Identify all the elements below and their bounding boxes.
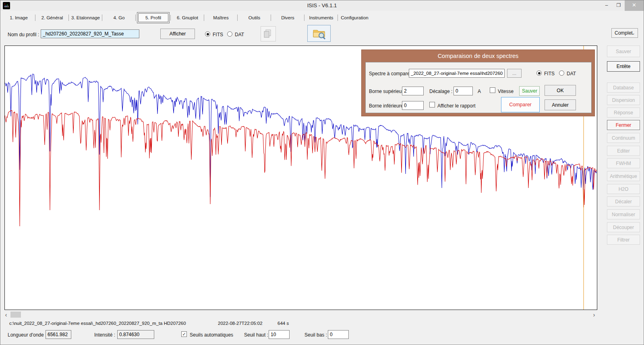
sidebar-button-continuum: Continuum <box>607 133 640 143</box>
close-button[interactable]: ✕ <box>625 0 644 11</box>
folder-search-icon <box>308 25 330 41</box>
offset-input[interactable] <box>453 87 473 95</box>
dialog-fits-label: FITS <box>544 71 555 76</box>
compare-spectrum-input[interactable] <box>409 69 505 78</box>
sidebar-button-dispersion: Dispersion <box>607 95 640 105</box>
sidebar-button-sauver: Sauver <box>607 45 640 57</box>
profile-name-input[interactable] <box>41 29 139 38</box>
tab-label: 5. Profil <box>145 15 161 20</box>
threshold-low-input[interactable] <box>328 330 349 339</box>
tab-label: Maîtres <box>213 15 228 20</box>
sidebar-button-r-ponse: Réponse <box>607 107 640 118</box>
sidebar-button-h2o: H2O <box>607 184 640 194</box>
compare-dialog: Comparaison de deux spectres Spectre à c… <box>361 50 595 116</box>
intensity-label: Intensité : <box>94 332 115 338</box>
upper-bound-input[interactable] <box>402 87 424 95</box>
ok-button[interactable]: OK <box>545 85 576 96</box>
tab-label: Instruments <box>309 15 333 20</box>
tab-2-g-n-ral[interactable]: 2. Général <box>35 13 69 22</box>
tab-label: 1. Image <box>10 15 28 20</box>
copy-icon <box>261 27 275 41</box>
offset-unit-label: A <box>478 89 481 94</box>
auto-thresholds-label: Seuils automatiques <box>190 332 233 338</box>
status-file-path: c:\nuit_2022_08_27-original-7eme essai\_… <box>9 321 186 326</box>
rapport-label: Afficher le rapport <box>437 103 476 109</box>
profile-dat-label: DAT <box>235 32 244 37</box>
wavelength-label: Longueur d'onde : <box>8 332 46 338</box>
intensity-value <box>117 330 154 339</box>
tab-bar: 1. Image2. Général3. Etalonnage4. Go5. P… <box>2 12 371 23</box>
compare-spectrum-label: Spectre à comparer : <box>369 71 414 76</box>
spectre-rouge-mesure <box>5 110 596 226</box>
annuler-button[interactable]: Annuler <box>545 99 576 110</box>
view-mode-select[interactable]: Complet ⌄ <box>611 28 638 38</box>
tab-ma-tres[interactable]: Maîtres <box>204 13 238 22</box>
dialog-body: Spectre à comparer : ... FITS DAT Borne … <box>365 62 592 113</box>
profile-name-label: Nom du profil : <box>8 32 39 37</box>
scroll-left-arrow[interactable]: ‹ <box>3 311 9 318</box>
profile-dat-radio[interactable] <box>227 31 232 37</box>
lower-bound-input[interactable] <box>402 101 424 110</box>
tab-label: Configuration <box>341 15 368 20</box>
dialog-dat-label: DAT <box>567 71 576 76</box>
dialog-sauver-button[interactable]: Sauver <box>519 86 540 96</box>
profile-fits-label: FITS <box>213 32 223 37</box>
threshold-high-label: Seuil haut : <box>244 332 268 338</box>
tab-5-profil[interactable]: 5. Profil <box>138 13 168 22</box>
sidebar-button-normaliser: Normaliser <box>607 209 640 219</box>
comparer-button[interactable]: Comparer <box>501 97 540 112</box>
tab-divers[interactable]: Divers <box>271 13 304 22</box>
minimize-button[interactable]: – <box>601 0 613 11</box>
sidebar-button-fwhm: FWHM <box>607 158 640 168</box>
sidebar-button-editer: Editer <box>607 146 640 156</box>
sidebar-button-d-caler: Décaler <box>607 196 640 207</box>
threshold-high-input[interactable] <box>269 330 290 339</box>
status-datetime: 2022-08-27T22:05:02 <box>218 321 263 326</box>
rapport-checkbox[interactable] <box>429 102 435 107</box>
sidebar-button-fermer[interactable]: Fermer <box>607 120 640 130</box>
window-title: ISIS - V6.1.1 <box>0 0 644 11</box>
view-mode-value: Complet <box>615 30 633 36</box>
sidebar-button-d-couper: Découper <box>607 222 640 232</box>
afficher-button[interactable]: Afficher <box>160 29 195 39</box>
status-exposure: 644 s <box>277 321 289 326</box>
dialog-fits-radio[interactable] <box>536 70 542 76</box>
vitesse-label: Vitesse <box>498 89 514 94</box>
tab-3-etalonnage[interactable]: 3. Etalonnage <box>69 13 102 22</box>
tab-label: 6. Gnuplot <box>177 15 198 20</box>
chevron-down-icon: ⌄ <box>632 29 635 37</box>
tab-label: Outils <box>248 15 260 20</box>
open-folder-button[interactable] <box>307 25 331 42</box>
app-window: ISIS ISIS - V6.1.1 – ❐ ✕ 1. Image2. Géné… <box>0 0 644 345</box>
title-bar: ISIS ISIS - V6.1.1 – ❐ ✕ <box>0 0 644 11</box>
tab-4-go[interactable]: 4. Go <box>102 13 136 22</box>
tab-6-gnuplot[interactable]: 6. Gnuplot <box>171 13 204 22</box>
tab-label: 4. Go <box>113 15 124 20</box>
tab-configuration[interactable]: Configuration <box>338 13 371 22</box>
threshold-low-label: Seuil bas : <box>304 332 327 338</box>
sidebar-button-filtrer: Filtrer <box>607 235 640 245</box>
sidebar-button-arithm-tique: Arithmétique <box>607 171 640 181</box>
horizontal-scrollbar[interactable]: ‹ › <box>3 311 597 318</box>
profile-fits-radio[interactable] <box>205 31 210 37</box>
offset-label: Décalage : <box>429 89 452 94</box>
tab-label: 3. Etalonnage <box>71 15 100 20</box>
scrollbar-thumb[interactable] <box>10 312 21 318</box>
wavelength-value <box>46 330 71 339</box>
sidebar-button-database: Database <box>607 83 640 93</box>
dialog-dat-radio[interactable] <box>559 70 564 76</box>
vitesse-checkbox[interactable] <box>490 87 495 93</box>
lower-bound-label: Borne inférieure : <box>369 103 406 109</box>
window-controls: – ❐ ✕ <box>601 0 644 11</box>
auto-thresholds-checkbox[interactable]: ✓ <box>181 331 187 337</box>
tab-label: 2. Général <box>41 15 63 20</box>
tab-outils[interactable]: Outils <box>238 13 271 22</box>
scroll-right-arrow[interactable]: › <box>591 311 597 318</box>
sidebar-button-ent-te[interactable]: Entête <box>607 61 640 72</box>
copy-button <box>261 26 276 41</box>
tab-1-image[interactable]: 1. Image <box>2 13 35 22</box>
browse-button[interactable]: ... <box>507 69 522 78</box>
restore-button[interactable]: ❐ <box>613 0 625 11</box>
dialog-title: Comparaison de deux spectres <box>362 50 594 62</box>
tab-instruments[interactable]: Instruments <box>304 13 338 22</box>
